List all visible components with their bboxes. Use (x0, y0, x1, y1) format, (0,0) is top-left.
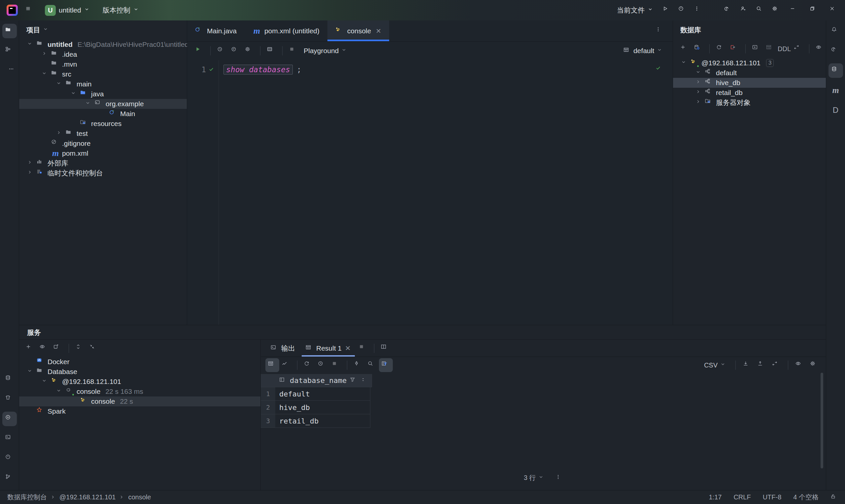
grid-row[interactable]: 3 retail_db (261, 414, 370, 428)
tab-result-1[interactable]: Result 1 ✕ (300, 340, 356, 357)
tree-item-java[interactable]: java (19, 89, 187, 99)
structure-tool-button[interactable] (2, 43, 17, 58)
code-editor[interactable]: 1 show databases ; (187, 60, 673, 325)
tree-item-external-libraries[interactable]: 外部库 (19, 158, 187, 168)
footer-more-button[interactable] (551, 472, 567, 484)
sql-statement[interactable]: show databases (224, 65, 293, 74)
cursor-position[interactable]: 1:17 (709, 493, 722, 501)
tree-item-gitignore[interactable]: .gitignore (19, 139, 187, 148)
close-tab-icon[interactable]: ✕ (376, 27, 381, 35)
grid-row[interactable]: 1 default (261, 387, 370, 401)
svc-item-host[interactable]: @192.168.121.101 (19, 377, 261, 386)
table-view-button[interactable] (265, 358, 279, 372)
refresh-button[interactable] (714, 42, 727, 56)
grid-view-options-button[interactable] (793, 358, 807, 372)
transpose-button[interactable] (770, 358, 783, 372)
encoding-indicator[interactable]: UTF-8 (763, 493, 781, 501)
collapse-all-button[interactable] (87, 341, 101, 355)
minimize-button[interactable] (785, 2, 804, 18)
find-button[interactable] (365, 358, 379, 372)
indent-indicator[interactable]: 4 个空格 (793, 493, 818, 502)
datasource-properties-button[interactable] (691, 42, 705, 56)
open-table-button[interactable] (763, 42, 777, 56)
split-view-button[interactable] (378, 341, 392, 355)
search-everywhere-button[interactable] (753, 3, 768, 17)
dependencies-tool-button[interactable]: D (828, 103, 843, 118)
stop-button[interactable] (286, 44, 300, 58)
console-settings-button[interactable] (242, 44, 256, 58)
tree-item-idea[interactable]: .idea (19, 50, 187, 59)
query-history-button[interactable] (315, 358, 329, 372)
tree-item-main-class[interactable]: Main (19, 109, 187, 119)
ai-assistant-button[interactable] (722, 3, 736, 17)
grid-settings-button[interactable] (807, 358, 821, 372)
code-line[interactable]: show databases ; (219, 63, 673, 76)
vertical-scrollbar[interactable] (821, 373, 823, 468)
ai-chat-tool-button[interactable] (828, 43, 843, 58)
close-tab-icon[interactable]: ✕ (345, 344, 351, 352)
db-item-default[interactable]: default (673, 68, 826, 78)
endpoints-tool-button[interactable] (2, 392, 17, 407)
db-item-server-objects[interactable]: 服务器对象 (673, 97, 826, 108)
project-widget[interactable]: U untitled (41, 3, 95, 17)
tree-item-test[interactable]: test (19, 129, 187, 139)
import-export-button[interactable] (791, 42, 805, 56)
grid-cell[interactable]: retail_db (275, 414, 370, 428)
terminal-tool-button[interactable] (2, 431, 17, 446)
profile-selector[interactable]: Playground (300, 47, 352, 55)
svc-item-console-result[interactable]: console 22 s (19, 396, 261, 407)
expand-all-button[interactable] (73, 341, 87, 355)
services-view-options-button[interactable] (37, 341, 51, 355)
open-in-new-tab-button[interactable] (51, 341, 65, 355)
tree-item-resources[interactable]: resources (19, 119, 187, 129)
column-header[interactable]: database_name (275, 374, 372, 387)
export-data-button[interactable] (755, 358, 769, 372)
tree-item-src[interactable]: src (19, 69, 187, 79)
svc-item-console-session[interactable]: console 22 s 163 ms (19, 386, 261, 396)
tab-main-java[interactable]: Main.java (187, 20, 245, 41)
ddl-button[interactable]: DDL (777, 42, 791, 56)
db-item-host[interactable]: @192.168.121.101 3 (673, 58, 826, 68)
more-actions-button[interactable] (691, 3, 706, 17)
tab-output[interactable]: 输出 (265, 340, 300, 357)
project-panel-header[interactable]: 项目 (19, 20, 187, 40)
svc-item-database[interactable]: Database (19, 367, 261, 377)
notifications-button[interactable] (828, 24, 843, 38)
database-panel-tool-button[interactable] (828, 63, 843, 78)
db-item-retail-db[interactable]: retail_db (673, 88, 826, 97)
pin-tab-button[interactable] (351, 358, 365, 372)
tree-item-scratches[interactable]: 临时文件和控制台 (19, 168, 187, 178)
code-with-me-button[interactable] (737, 3, 752, 17)
tab-console[interactable]: console ✕ (328, 20, 389, 41)
filter-icon[interactable] (350, 377, 357, 384)
pause-button[interactable] (329, 358, 343, 372)
view-options-button[interactable] (813, 42, 827, 56)
filter-panel-button[interactable] (379, 358, 393, 372)
maven-tool-button[interactable]: m (828, 83, 843, 97)
debug-button[interactable] (675, 3, 690, 17)
history-button[interactable] (214, 44, 228, 58)
tree-item-org-example[interactable]: org.example (19, 99, 187, 109)
stop-query-button[interactable] (356, 341, 370, 355)
project-tool-button[interactable] (2, 24, 17, 38)
disconnect-button[interactable] (727, 42, 741, 56)
services-tool-button[interactable] (2, 412, 17, 426)
grid-cell[interactable]: default (275, 387, 370, 401)
add-service-button[interactable] (23, 341, 37, 355)
line-ending-indicator[interactable]: CRLF (734, 493, 751, 501)
tree-item-main[interactable]: main (19, 79, 187, 89)
reload-page-button[interactable] (301, 358, 315, 372)
database-tool-button[interactable] (2, 372, 17, 386)
execute-button[interactable] (192, 44, 206, 58)
svc-item-docker[interactable]: Docker (19, 357, 261, 367)
vcs-widget[interactable]: 版本控制 (99, 3, 144, 17)
chart-view-button[interactable] (279, 358, 293, 372)
settings-button[interactable] (769, 3, 784, 17)
tab-pom-xml[interactable]: m pom.xml (untitled) (245, 20, 328, 41)
new-datasource-button[interactable] (677, 42, 691, 56)
grid-cell[interactable]: hive_db (275, 401, 370, 414)
unlock-icon[interactable] (830, 494, 838, 501)
problems-tool-button[interactable] (2, 451, 17, 466)
editor-tab-options-button[interactable] (653, 24, 667, 38)
tree-item-untitled[interactable]: untitled E:\BigData\Hive\HivePrac01\unti… (19, 40, 187, 50)
